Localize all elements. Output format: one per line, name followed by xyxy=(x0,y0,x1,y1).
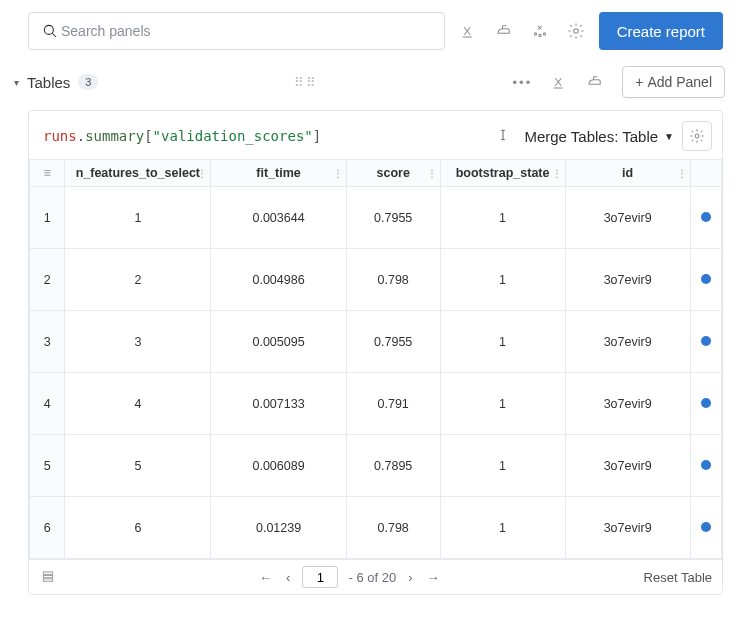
cell: 0.004986 xyxy=(211,249,346,311)
cell: 0.005095 xyxy=(211,311,346,373)
cell: 1 xyxy=(440,435,565,497)
merge-tables-select[interactable]: Merge Tables: Table ▼ xyxy=(524,128,674,145)
cell: 0.007133 xyxy=(211,373,346,435)
cell: 0.798 xyxy=(346,249,440,311)
gear-icon[interactable] xyxy=(567,22,585,40)
cell: 5 xyxy=(65,435,211,497)
last-page-button[interactable]: → xyxy=(424,570,441,585)
reset-table-button[interactable]: Reset Table xyxy=(644,570,712,585)
text-cursor-icon[interactable] xyxy=(496,128,510,145)
table-panel: runs.summary["validation_scores"] Merge … xyxy=(28,110,723,595)
column-header[interactable]: fit_time⋮ xyxy=(211,160,346,187)
color-header xyxy=(690,160,721,187)
prev-page-button[interactable]: ‹ xyxy=(284,570,292,585)
row-index: 1 xyxy=(30,187,65,249)
caret-down-icon: ▼ xyxy=(664,131,674,142)
run-color-cell[interactable] xyxy=(690,373,721,435)
svg-rect-15 xyxy=(43,578,52,580)
more-icon[interactable]: ••• xyxy=(513,75,533,90)
run-dot-icon xyxy=(701,460,711,470)
svg-point-0 xyxy=(44,25,53,34)
search-icon xyxy=(41,22,59,40)
table-row[interactable]: 220.0049860.79813o7evir9 xyxy=(30,249,722,311)
run-dot-icon xyxy=(701,522,711,532)
cell: 1 xyxy=(440,311,565,373)
column-header[interactable]: bootstrap_state⋮ xyxy=(440,160,565,187)
column-header[interactable]: id⋮ xyxy=(565,160,690,187)
chevron-down-icon[interactable]: ▾ xyxy=(14,77,19,88)
cell: 1 xyxy=(65,187,211,249)
cell: 4 xyxy=(65,373,211,435)
cell: 1 xyxy=(440,497,565,559)
filter-header[interactable]: ≡ xyxy=(30,160,65,187)
pager: ← ‹ - 6 of 20 › → xyxy=(257,566,441,588)
add-panel-button[interactable]: + Add Panel xyxy=(622,66,725,98)
create-report-button[interactable]: Create report xyxy=(599,12,723,50)
strike-x-icon[interactable] xyxy=(459,22,477,40)
table-row[interactable]: 110.0036440.795513o7evir9 xyxy=(30,187,722,249)
svg-rect-13 xyxy=(43,571,52,573)
svg-line-1 xyxy=(52,33,56,37)
toolbar-icons xyxy=(453,22,591,40)
table-row[interactable]: 660.012390.79813o7evir9 xyxy=(30,497,722,559)
svg-point-6 xyxy=(539,34,541,36)
table-row[interactable]: 550.0060890.789513o7evir9 xyxy=(30,435,722,497)
cell: 1 xyxy=(440,373,565,435)
iron-icon[interactable] xyxy=(495,22,513,40)
run-color-cell[interactable] xyxy=(690,435,721,497)
add-panel-label: Add Panel xyxy=(647,74,712,90)
cell: 3o7evir9 xyxy=(565,249,690,311)
row-index: 6 xyxy=(30,497,65,559)
column-menu-icon[interactable]: ⋮ xyxy=(427,168,436,179)
search-input[interactable] xyxy=(59,22,432,40)
iron-icon[interactable] xyxy=(586,73,604,91)
cell: 0.7895 xyxy=(346,435,440,497)
query-expression[interactable]: runs.summary["validation_scores"] xyxy=(43,128,321,144)
row-index: 4 xyxy=(30,373,65,435)
run-color-cell[interactable] xyxy=(690,497,721,559)
run-color-cell[interactable] xyxy=(690,311,721,373)
column-menu-icon[interactable]: ⋮ xyxy=(197,168,206,179)
run-color-cell[interactable] xyxy=(690,249,721,311)
page-range: - 6 of 20 xyxy=(348,570,396,585)
cell: 3o7evir9 xyxy=(565,497,690,559)
cell: 1 xyxy=(440,249,565,311)
plus-icon: + xyxy=(635,74,643,90)
cell: 6 xyxy=(65,497,211,559)
cell: 0.01239 xyxy=(211,497,346,559)
column-header[interactable]: n_features_to_select⋮ xyxy=(65,160,211,187)
data-table: ≡ n_features_to_select⋮ fit_time⋮ score⋮… xyxy=(29,159,722,559)
cell: 3o7evir9 xyxy=(565,311,690,373)
column-header[interactable]: score⋮ xyxy=(346,160,440,187)
section-title: Tables xyxy=(27,74,70,91)
row-index: 5 xyxy=(30,435,65,497)
merge-label: Merge Tables: Table xyxy=(524,128,658,145)
table-row[interactable]: 330.0050950.795513o7evir9 xyxy=(30,311,722,373)
run-dot-icon xyxy=(701,274,711,284)
cell: 0.7955 xyxy=(346,311,440,373)
section-count-badge: 3 xyxy=(78,74,98,90)
strike-x-icon[interactable] xyxy=(550,73,568,91)
drag-handle-icon[interactable]: ⠿⠿ xyxy=(294,75,318,90)
svg-point-5 xyxy=(534,33,536,35)
svg-point-7 xyxy=(543,33,545,35)
svg-rect-14 xyxy=(43,575,52,577)
column-menu-icon[interactable]: ⋮ xyxy=(552,168,561,179)
first-page-button[interactable]: ← xyxy=(257,570,274,585)
cell: 1 xyxy=(440,187,565,249)
cell: 2 xyxy=(65,249,211,311)
row-height-icon[interactable] xyxy=(39,569,55,586)
row-index: 3 xyxy=(30,311,65,373)
run-dot-icon xyxy=(701,336,711,346)
search-box[interactable] xyxy=(28,12,445,50)
table-row[interactable]: 440.0071330.79113o7evir9 xyxy=(30,373,722,435)
run-color-cell[interactable] xyxy=(690,187,721,249)
next-page-button[interactable]: › xyxy=(406,570,414,585)
page-input[interactable] xyxy=(302,566,338,588)
scatter-clear-icon[interactable] xyxy=(531,22,549,40)
panel-settings-button[interactable] xyxy=(682,121,712,151)
run-dot-icon xyxy=(701,212,711,222)
cell: 0.003644 xyxy=(211,187,346,249)
column-menu-icon[interactable]: ⋮ xyxy=(677,168,686,179)
column-menu-icon[interactable]: ⋮ xyxy=(333,168,342,179)
